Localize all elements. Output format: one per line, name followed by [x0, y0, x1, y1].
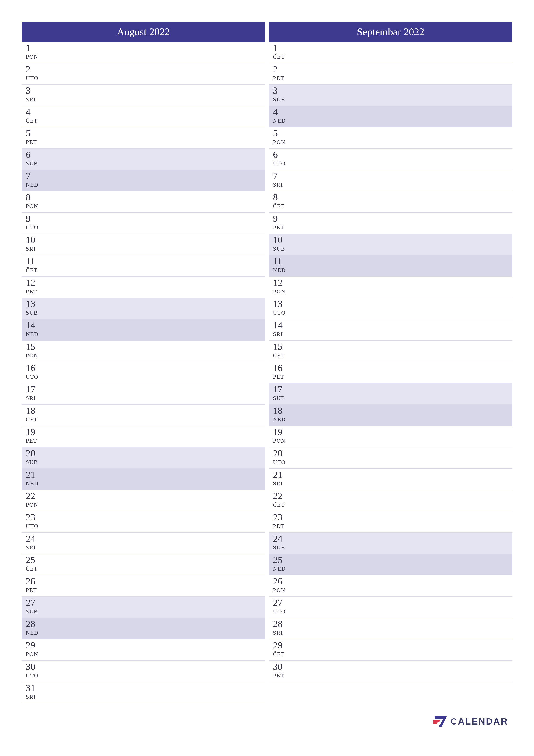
day-row: 1ČET: [269, 42, 513, 63]
day-number: 9: [273, 214, 508, 224]
day-abbr: PON: [273, 587, 508, 594]
day-row: 24SUB: [269, 533, 513, 554]
footer-logo: CALENDAR: [433, 715, 508, 728]
day-abbr: UTO: [273, 459, 508, 466]
day-abbr: UTO: [26, 523, 261, 529]
day-number: 14: [273, 321, 508, 330]
day-abbr: UTO: [273, 310, 508, 316]
day-abbr: SUB: [26, 160, 261, 167]
day-abbr: NED: [273, 566, 508, 572]
day-abbr: SUB: [273, 246, 508, 252]
day-number: 12: [273, 278, 508, 287]
day-abbr: ČET: [26, 267, 261, 274]
day-number: 1: [26, 43, 261, 53]
day-abbr: SUB: [26, 310, 261, 316]
day-number: 24: [273, 534, 508, 544]
day-row: 2UTO: [21, 63, 265, 85]
day-number: 3: [273, 86, 508, 95]
day-number: 25: [26, 555, 261, 565]
day-row: 18ČET: [21, 405, 265, 426]
day-abbr: UTO: [273, 160, 508, 167]
day-row: 23UTO: [21, 511, 265, 533]
day-row: 11NED: [269, 256, 513, 277]
day-abbr: SUB: [273, 395, 508, 401]
day-number: 7: [26, 171, 261, 181]
day-abbr: SRI: [26, 246, 261, 252]
day-number: 27: [26, 598, 261, 608]
day-number: 29: [273, 641, 508, 650]
day-abbr: PET: [273, 374, 508, 380]
day-number: 10: [26, 235, 261, 245]
day-row: 10SRI: [21, 234, 265, 256]
day-abbr: SRI: [273, 630, 508, 636]
day-abbr: PET: [273, 75, 508, 81]
day-row: 16UTO: [21, 362, 265, 383]
day-abbr: SUB: [26, 608, 261, 615]
day-number: 7: [273, 171, 508, 181]
day-number: 18: [26, 406, 261, 416]
day-row: 30PET: [269, 661, 513, 682]
day-number: 2: [273, 65, 508, 74]
day-number: 24: [26, 534, 261, 544]
days-list-august: 1PON2UTO3SRI4ČET5PET6SUB7NED8PON9UTO10SR…: [21, 42, 265, 703]
day-number: 28: [273, 619, 508, 629]
day-number: 18: [273, 406, 508, 416]
day-abbr: PON: [26, 54, 261, 60]
day-row: 2PET: [269, 63, 513, 85]
day-abbr: PET: [273, 224, 508, 231]
day-number: 14: [26, 321, 261, 330]
day-row: 8PON: [21, 191, 265, 213]
day-abbr: SUB: [26, 459, 261, 466]
day-number: 13: [273, 299, 508, 309]
day-row: 8ČET: [269, 191, 513, 213]
day-row: 14SRI: [269, 319, 513, 341]
day-abbr: NED: [26, 480, 261, 487]
day-number: 8: [26, 193, 261, 202]
day-row: 12PON: [269, 277, 513, 298]
day-number: 5: [26, 129, 261, 138]
day-row: 5PON: [269, 127, 513, 149]
day-row: 16PET: [269, 362, 513, 383]
day-abbr: ČET: [273, 203, 508, 209]
day-row: 9PET: [269, 213, 513, 234]
day-number: 30: [273, 662, 508, 671]
day-abbr: SUB: [273, 96, 508, 103]
month-column-september: Septembar 2022 1ČET2PET3SUB4NED5PON6UTO7…: [269, 21, 513, 703]
day-number: 20: [273, 449, 508, 458]
brand-text: CALENDAR: [450, 716, 508, 727]
day-number: 4: [26, 107, 261, 117]
day-abbr: PET: [26, 288, 261, 295]
day-abbr: SRI: [26, 694, 261, 700]
day-number: 6: [26, 150, 261, 159]
day-abbr: PET: [26, 587, 261, 594]
day-abbr: PON: [26, 502, 261, 508]
day-row: 20UTO: [269, 447, 513, 469]
day-row: 12PET: [21, 277, 265, 298]
day-number: 16: [26, 363, 261, 373]
day-number: 23: [273, 513, 508, 522]
day-row: 15ČET: [269, 341, 513, 362]
day-abbr: PON: [273, 288, 508, 295]
day-abbr: ČET: [26, 566, 261, 572]
day-abbr: SUB: [273, 544, 508, 551]
day-abbr: ČET: [26, 118, 261, 124]
day-row: 28SRI: [269, 618, 513, 639]
day-number: 4: [273, 107, 508, 117]
day-row: 22PON: [21, 490, 265, 511]
day-number: 16: [273, 363, 508, 373]
day-abbr: SRI: [273, 182, 508, 188]
day-abbr: PON: [273, 438, 508, 444]
day-number: 20: [26, 449, 261, 458]
day-row: 5PET: [21, 127, 265, 149]
day-abbr: UTO: [26, 374, 261, 380]
day-number: 17: [273, 385, 508, 394]
day-number: 12: [26, 278, 261, 287]
day-abbr: SRI: [273, 480, 508, 487]
day-number: 6: [273, 150, 508, 159]
day-row: 18NED: [269, 405, 513, 426]
day-row: 3SRI: [21, 85, 265, 106]
day-number: 15: [273, 342, 508, 351]
day-number: 21: [26, 470, 261, 479]
day-number: 22: [26, 491, 261, 501]
day-abbr: NED: [26, 182, 261, 188]
